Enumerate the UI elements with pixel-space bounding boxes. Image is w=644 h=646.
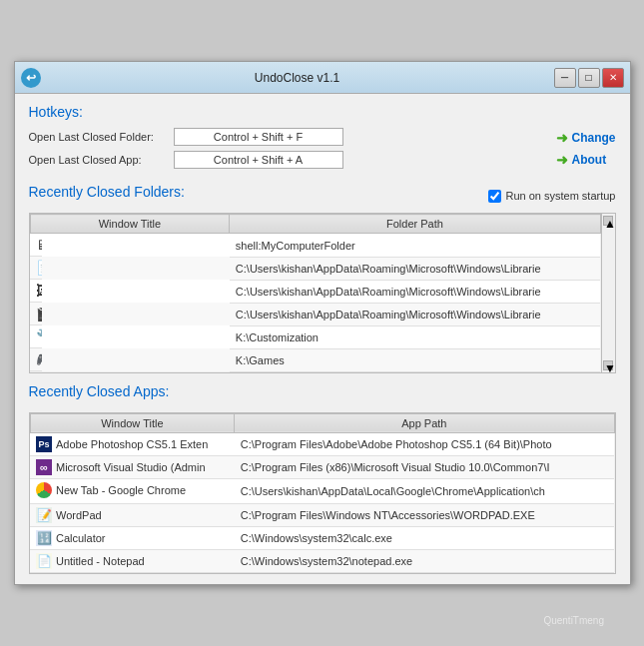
minimize-button[interactable]: ─ xyxy=(554,68,576,88)
app-row-title: Calculator xyxy=(56,532,106,544)
folders-title: Recently Closed Folders: xyxy=(29,184,185,200)
apps-table-row[interactable]: 📝WordPad C:\Program Files\Windows NT\Acc… xyxy=(30,503,614,526)
app-row-path: C:\Program Files\Windows NT\Accessories\… xyxy=(235,503,614,526)
app-icon: ↩ xyxy=(21,68,41,88)
folder-row-path: shell:MyComputerFolder xyxy=(230,234,600,258)
app-row-path: C:\Program Files\Adobe\Adobe Photoshop C… xyxy=(235,432,614,455)
app-row-icon xyxy=(36,482,52,498)
folders-table-row[interactable]: 🎬 Videos C:\Users\kishan\AppData\Roaming… xyxy=(30,303,600,325)
folders-table-row[interactable]: 🖥 Computer shell:MyComputerFolder xyxy=(30,234,600,258)
apps-col-path: App Path xyxy=(235,413,614,432)
folders-section: Recently Closed Folders: Run on system s… xyxy=(29,184,616,373)
folders-table-row[interactable]: 🎮 Games K:\Games xyxy=(30,348,600,371)
folders-scrollbar[interactable]: ▲ ▼ xyxy=(601,214,615,372)
app-row-path: C:\Users\kishan\AppData\Local\Google\Chr… xyxy=(235,478,614,503)
hotkey-folder-input[interactable] xyxy=(174,128,343,146)
folders-col-path: Folder Path xyxy=(230,215,600,234)
main-content: Hotkeys: Open Last Closed Folder: Open L… xyxy=(15,94,630,584)
window-title: UndoClose v1.1 xyxy=(255,71,339,85)
app-row-title: Untitled - Notepad xyxy=(56,555,145,567)
folders-table-row[interactable]: 🖼 Pictures C:\Users\kishan\AppData\Roami… xyxy=(30,280,600,303)
folder-row-path: C:\Users\kishan\AppData\Roaming\Microsof… xyxy=(230,303,600,325)
hotkeys-title: Hotkeys: xyxy=(29,104,616,120)
app-row-title: Microsoft Visual Studio (Admin xyxy=(56,461,206,473)
folder-row-icon: 🎮 xyxy=(36,351,42,367)
apps-table: Window Title App Path PsAdobe Photoshop … xyxy=(30,413,615,573)
folder-row-icon: 🖼 xyxy=(36,283,42,299)
folders-col-title: Window Title xyxy=(30,215,230,234)
app-row-path: C:\Program Files (x86)\Microsoft Visual … xyxy=(235,455,614,478)
hotkey-folder-row: Open Last Closed Folder: xyxy=(29,128,547,146)
app-row-icon: 🔢 xyxy=(36,530,52,546)
startup-label: Run on system startup xyxy=(505,190,615,202)
folder-row-icon: 🔧 xyxy=(36,328,42,344)
folder-row-icon: 📄 xyxy=(36,260,42,276)
folders-table-row[interactable]: 🔧 Customization K:\Customization xyxy=(30,325,600,348)
app-row-title: WordPad xyxy=(56,509,102,521)
app-row-title: Adobe Photoshop CS5.1 Exten xyxy=(56,438,208,450)
folder-row-icon: 🖥 xyxy=(36,237,42,253)
hotkey-app-label: Open Last Closed App: xyxy=(29,154,174,166)
startup-checkbox[interactable] xyxy=(488,190,501,203)
maximize-button[interactable]: □ xyxy=(578,68,600,88)
apps-table-row[interactable]: 📄Untitled - Notepad C:\Windows\system32\… xyxy=(30,549,614,572)
main-window: ↩ UndoClose v1.1 ─ □ ✕ Hotkeys: xyxy=(14,61,631,585)
hotkey-app-row: Open Last Closed App: xyxy=(29,151,547,169)
change-arrow-icon: ➜ xyxy=(556,130,568,146)
app-row-icon: Ps xyxy=(36,436,52,452)
folders-table: Window Title Folder Path 🖥 Computer shel… xyxy=(30,214,601,372)
app-row-icon: 📄 xyxy=(36,553,52,569)
hotkey-folder-label: Open Last Closed Folder: xyxy=(29,131,174,143)
change-button[interactable]: ➜ Change xyxy=(556,130,615,146)
folders-table-row[interactable]: 📄 Documents C:\Users\kishan\AppData\Roam… xyxy=(30,257,600,280)
folder-row-icon: 🎬 xyxy=(36,306,42,322)
watermark: QuentiTmeng xyxy=(543,615,604,626)
apps-header: Recently Closed Apps: xyxy=(29,383,616,407)
apps-table-row[interactable]: 🔢Calculator C:\Windows\system32\calc.exe xyxy=(30,526,614,549)
folder-row-path: C:\Users\kishan\AppData\Roaming\Microsof… xyxy=(230,280,600,303)
app-row-title: New Tab - Google Chrome xyxy=(56,484,186,496)
hotkey-app-input[interactable] xyxy=(174,151,343,169)
window-controls: ─ □ ✕ xyxy=(554,68,624,88)
app-row-path: C:\Windows\system32\notepad.exe xyxy=(235,549,614,572)
apps-table-row[interactable]: New Tab - Google Chrome C:\Users\kishan\… xyxy=(30,478,614,503)
about-arrow-icon: ➜ xyxy=(556,152,568,168)
startup-checkbox-row: Run on system startup xyxy=(488,190,615,203)
folder-row-path: C:\Users\kishan\AppData\Roaming\Microsof… xyxy=(230,257,600,280)
apps-title: Recently Closed Apps: xyxy=(29,383,170,399)
folders-table-container: Window Title Folder Path 🖥 Computer shel… xyxy=(29,213,616,373)
apps-table-row[interactable]: PsAdobe Photoshop CS5.1 Exten C:\Program… xyxy=(30,432,614,455)
apps-table-container: Window Title App Path PsAdobe Photoshop … xyxy=(29,412,616,574)
app-row-icon: ∞ xyxy=(36,459,52,475)
scrollbar-up-arrow[interactable]: ▲ xyxy=(603,216,613,226)
folder-row-path: K:\Customization xyxy=(230,325,600,348)
titlebar: ↩ UndoClose v1.1 ─ □ ✕ xyxy=(15,62,630,94)
app-row-icon: 📝 xyxy=(36,507,52,523)
folders-header: Recently Closed Folders: Run on system s… xyxy=(29,184,616,208)
folder-row-path: K:\Games xyxy=(230,348,600,371)
scrollbar-down-arrow[interactable]: ▼ xyxy=(603,360,613,370)
app-row-path: C:\Windows\system32\calc.exe xyxy=(235,526,614,549)
apps-section: Recently Closed Apps: Window Title App P… xyxy=(29,383,616,574)
about-button[interactable]: ➜ About xyxy=(556,152,615,168)
hotkeys-section: Hotkeys: Open Last Closed Folder: Open L… xyxy=(29,104,616,174)
close-button[interactable]: ✕ xyxy=(602,68,624,88)
apps-col-title: Window Title xyxy=(30,413,235,432)
apps-table-row[interactable]: ∞Microsoft Visual Studio (Admin C:\Progr… xyxy=(30,455,614,478)
